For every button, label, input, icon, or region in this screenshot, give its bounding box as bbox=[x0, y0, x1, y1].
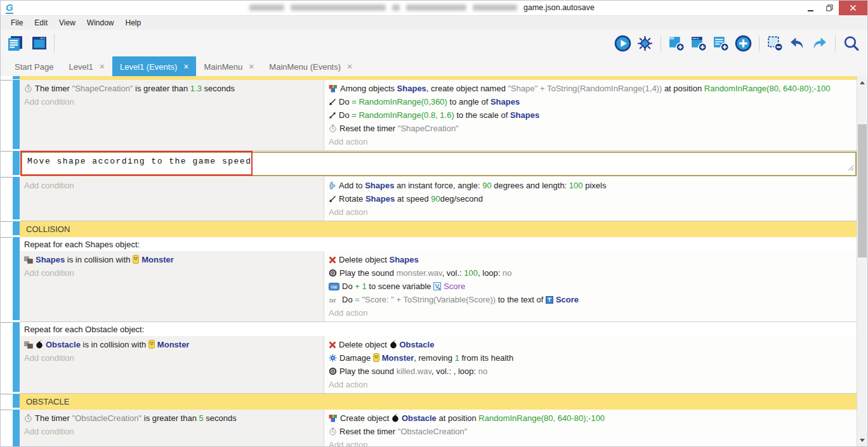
event-handle-bar[interactable] bbox=[13, 394, 20, 408]
add-comment-button[interactable] bbox=[713, 35, 730, 52]
tab-close-icon[interactable]: × bbox=[183, 62, 188, 71]
text-segment: Shapes bbox=[365, 194, 395, 204]
text-segment: to the text of bbox=[496, 295, 546, 304]
add-condition[interactable]: Add condition bbox=[20, 425, 324, 438]
event-handle-bar[interactable] bbox=[13, 237, 20, 320]
menu-item-help[interactable]: Help bbox=[120, 16, 147, 30]
add-condition[interactable]: Add condition bbox=[20, 179, 324, 192]
action-line[interactable]: Reset the timer "ShapeCreation" bbox=[324, 122, 857, 135]
gdevelop-window: G game.json.autosave FileEditViewWindowH… bbox=[0, 0, 868, 447]
tab-start-page[interactable]: Start Page bbox=[7, 56, 61, 77]
vertical-scrollbar[interactable] bbox=[857, 76, 867, 446]
add-event-button[interactable] bbox=[668, 35, 685, 52]
scene-editor-button[interactable] bbox=[6, 34, 25, 53]
text-segment: Add to bbox=[339, 181, 365, 190]
add-subevent-button[interactable] bbox=[690, 35, 707, 52]
group-header[interactable]: COLLISION bbox=[20, 221, 857, 237]
tab-close-icon[interactable]: × bbox=[347, 62, 352, 71]
text-segment: Do bbox=[339, 110, 352, 120]
action-line[interactable]: Play the sound monster.wav, vol.: 100, l… bbox=[324, 266, 857, 280]
action-line[interactable]: VarDo + 1 to scene variable Score bbox=[324, 280, 857, 293]
event-handle-bar[interactable] bbox=[13, 80, 20, 149]
comment-editor[interactable]: Move shape according to the game speed bbox=[21, 152, 857, 176]
text-segment: Rotate bbox=[339, 194, 365, 204]
event-handle-bar[interactable] bbox=[13, 221, 20, 235]
tab-level1[interactable]: Level1× bbox=[61, 56, 112, 77]
text-segment: Reset the timer bbox=[339, 427, 398, 436]
condition-line[interactable]: Obstacle is in collision with Monster bbox=[20, 338, 324, 351]
action-line[interactable]: Do = RandomInRange(0.8, 1.6) to the scal… bbox=[324, 108, 857, 122]
event-handle-bar[interactable] bbox=[13, 177, 20, 219]
menu-item-view[interactable]: View bbox=[53, 16, 81, 30]
event-handle-bar[interactable] bbox=[13, 322, 20, 392]
events-editor-button[interactable] bbox=[30, 34, 49, 53]
text-segment: = RandomInRange(0,360) bbox=[352, 97, 447, 107]
text-object-icon bbox=[546, 296, 553, 304]
add-action[interactable]: Add action bbox=[324, 205, 857, 219]
action-line[interactable]: Among objects Shapes, create object name… bbox=[324, 82, 857, 95]
repeat-label[interactable]: Repeat for each Obstacle object: bbox=[20, 322, 857, 336]
scroll-down-arrow[interactable] bbox=[857, 435, 867, 445]
redo-button[interactable] bbox=[811, 35, 828, 52]
timer-icon bbox=[24, 414, 32, 422]
event-handle-bar[interactable] bbox=[13, 410, 20, 446]
text-segment: , removing bbox=[414, 353, 454, 363]
repeat-label[interactable]: Repeat for each Shapes object: bbox=[20, 237, 857, 251]
action-line[interactable]: txtDo = "Score: " + ToString(Variable(Sc… bbox=[324, 293, 857, 306]
title-text: game.json.autosave bbox=[523, 3, 595, 12]
add-action[interactable]: Add action bbox=[324, 135, 857, 148]
add-condition[interactable]: Add condition bbox=[20, 266, 324, 280]
condition-line[interactable]: Shapes is in collision with Monster bbox=[20, 253, 324, 266]
remove-event-button[interactable] bbox=[766, 35, 784, 52]
scroll-up-arrow[interactable] bbox=[857, 77, 867, 87]
text-segment: Shapes bbox=[397, 84, 426, 93]
action-line[interactable]: Delete object Obstacle bbox=[324, 338, 857, 351]
toolbar-separator bbox=[54, 34, 55, 53]
scrollbar-thumb[interactable] bbox=[858, 124, 867, 257]
action-line[interactable]: Delete object Shapes bbox=[324, 253, 857, 266]
action-line[interactable]: Damage Monster, removing 1 from its heal… bbox=[324, 351, 857, 365]
tab-level1-events[interactable]: Level1 (Events)× bbox=[112, 56, 197, 77]
bomb-icon bbox=[390, 340, 397, 349]
condition-line[interactable]: The timer "ObstacleCreation" is greater … bbox=[20, 411, 324, 425]
event-handle-bar[interactable] bbox=[13, 76, 20, 79]
action-line[interactable]: Add to Shapes an instant force, angle: 9… bbox=[324, 179, 857, 192]
add-action[interactable]: Add action bbox=[324, 438, 857, 446]
restore-button[interactable] bbox=[820, 1, 839, 15]
close-button[interactable] bbox=[839, 1, 867, 15]
scene-variable-icon bbox=[433, 282, 441, 290]
menu-item-file[interactable]: File bbox=[5, 16, 29, 30]
menu-item-window[interactable]: Window bbox=[81, 16, 120, 30]
add-action[interactable]: Add action bbox=[324, 378, 857, 391]
condition-line[interactable]: The timer "ShapeCreation" is greater tha… bbox=[20, 82, 324, 95]
add-action[interactable]: Add action bbox=[324, 306, 857, 320]
tab-mainmenu-events[interactable]: MainMenu (Events)× bbox=[261, 56, 360, 77]
action-line[interactable]: Do = RandomInRange(0,360) to angle of Sh… bbox=[324, 95, 857, 108]
group-header[interactable]: OBSTACLE bbox=[20, 394, 857, 410]
search-button[interactable] bbox=[843, 35, 860, 52]
collision-icon bbox=[24, 256, 33, 264]
action-line[interactable]: Play the sound killed.wav, vol.: , loop:… bbox=[324, 365, 857, 378]
actions-column: Create object Obstacle at position Rando… bbox=[324, 410, 857, 446]
add-condition[interactable]: Add condition bbox=[20, 351, 324, 365]
menu-item-edit[interactable]: Edit bbox=[29, 16, 53, 30]
tab-close-icon[interactable]: × bbox=[100, 62, 105, 71]
event-handle-bar[interactable] bbox=[13, 151, 20, 175]
undo-button[interactable] bbox=[789, 35, 806, 52]
action-line[interactable]: Rotate Shapes at speed 90deg/second bbox=[324, 192, 857, 205]
text-segment: monster.wav bbox=[397, 268, 442, 278]
text-segment: Play the sound bbox=[339, 268, 397, 278]
resize-handle-icon[interactable] bbox=[848, 164, 854, 174]
add-circle-button[interactable] bbox=[735, 35, 752, 52]
action-line[interactable]: Reset the timer "ObstacleCreation" bbox=[324, 425, 857, 438]
tab-close-icon[interactable]: × bbox=[249, 62, 254, 71]
tab-mainmenu[interactable]: MainMenu× bbox=[196, 56, 261, 77]
add-condition[interactable]: Add condition bbox=[20, 95, 324, 108]
debug-button[interactable] bbox=[636, 35, 654, 52]
text-segment: RandomInRange(80, 640-80);-100 bbox=[478, 413, 605, 423]
text-segment: "ShapeCreation" bbox=[72, 84, 133, 93]
play-button[interactable] bbox=[614, 35, 631, 52]
action-line[interactable]: Create object Obstacle at position Rando… bbox=[324, 411, 857, 425]
minimize-button[interactable] bbox=[801, 1, 820, 15]
text-segment: RandomInRange(80, 640-80);-100 bbox=[704, 84, 831, 93]
